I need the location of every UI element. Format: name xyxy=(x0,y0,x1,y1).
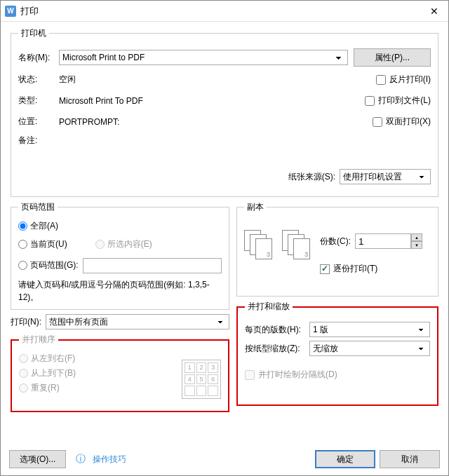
tip-icon: ⓘ xyxy=(76,453,86,465)
paper-source-select[interactable]: 使用打印机设置 xyxy=(340,169,431,184)
titlebar: W 打印 ✕ xyxy=(1,1,448,22)
ok-button[interactable]: 确定 xyxy=(315,450,375,468)
range-selection-radio: 所选内容(E) xyxy=(95,238,152,250)
page-range-hint: 请键入页码和/或用逗号分隔的页码范围(例如: 1,3,5-12)。 xyxy=(18,278,222,304)
spin-down-button[interactable]: ▼ xyxy=(411,241,422,249)
duplex-checkbox[interactable]: 双面打印(X) xyxy=(373,116,431,128)
status-value: 空闲 xyxy=(59,74,376,86)
printer-name-label: 名称(M): xyxy=(18,52,56,64)
pages-per-sheet-label: 每页的版数(H): xyxy=(245,324,309,336)
printer-name-select[interactable]: Microsoft Print to PDF xyxy=(59,50,348,65)
pages-per-sheet-select[interactable]: 1 版 xyxy=(309,322,430,337)
printer-legend: 打印机 xyxy=(18,27,49,39)
type-label: 类型: xyxy=(18,95,56,107)
copies-count-spinner[interactable]: ▲▼ xyxy=(355,233,422,249)
print-what-label: 打印(N): xyxy=(11,316,41,328)
order-preview-icon: 123456 xyxy=(182,360,221,399)
window-title: 打印 xyxy=(20,5,420,18)
print-dialog: W 打印 ✕ 打印机 名称(M): Microsoft Print to PDF… xyxy=(0,0,449,476)
copies-count-input[interactable] xyxy=(355,233,411,249)
spin-up-button[interactable]: ▲ xyxy=(411,233,422,241)
print-to-file-checkbox[interactable]: 打印到文件(L) xyxy=(365,95,431,107)
paper-source-label: 纸张来源(S): xyxy=(288,171,335,183)
where-label: 位置: xyxy=(18,116,56,128)
copies-group: 副本 123 123 份数(C): ▲▼ xyxy=(236,201,438,297)
status-label: 状态: xyxy=(18,74,56,86)
printer-group: 打印机 名称(M): Microsoft Print to PDF 属性(P).… xyxy=(11,27,438,197)
scale-to-paper-select[interactable]: 无缩放 xyxy=(309,341,430,356)
print-order-legend: 并打顺序 xyxy=(19,334,58,346)
page-range-input[interactable] xyxy=(83,258,222,273)
close-button[interactable]: ✕ xyxy=(420,1,448,22)
collate-checkbox[interactable]: 逐份打印(T) xyxy=(320,263,431,275)
copies-legend: 副本 xyxy=(244,201,267,213)
copies-count-label: 份数(C): xyxy=(320,236,351,247)
page-range-group: 页码范围 全部(A) 当前页(U) 所选内容(E) 页码范围(G): 请键入页码… xyxy=(11,201,229,310)
scale-legend: 并打和缩放 xyxy=(245,301,293,313)
footer: 选项(O)... ⓘ 操作技巧 确定 取消 xyxy=(1,446,448,475)
draw-lines-checkbox: 并打时绘制分隔线(D) xyxy=(245,369,430,381)
range-current-radio[interactable]: 当前页(U) xyxy=(18,238,67,250)
page-range-legend: 页码范围 xyxy=(18,201,58,213)
collate-preview-icon: 123 123 xyxy=(244,230,316,261)
range-all-radio[interactable]: 全部(A) xyxy=(18,220,222,232)
cancel-button[interactable]: 取消 xyxy=(380,450,440,468)
scale-to-paper-label: 按纸型缩放(Z): xyxy=(245,343,309,355)
options-button[interactable]: 选项(O)... xyxy=(9,450,66,468)
where-value: PORTPROMPT: xyxy=(59,117,373,127)
range-pages-radio[interactable]: 页码范围(G): xyxy=(18,259,79,271)
scale-group: 并打和缩放 每页的版数(H): 1 版 按纸型缩放(Z): 无缩放 并打时绘制分… xyxy=(236,301,438,406)
mirror-checkbox[interactable]: 反片打印(I) xyxy=(376,74,431,86)
print-order-group: 并打顺序 从左到右(F) 从上到下(B) 重复(R) 123456 xyxy=(11,334,229,412)
properties-button[interactable]: 属性(P)... xyxy=(354,48,431,67)
app-icon: W xyxy=(5,6,16,17)
tip-link[interactable]: 操作技巧 xyxy=(93,454,126,465)
print-what-select[interactable]: 范围中所有页面 xyxy=(46,314,229,329)
comment-label: 备注: xyxy=(18,135,56,147)
type-value: Microsoft Print To PDF xyxy=(59,96,365,106)
